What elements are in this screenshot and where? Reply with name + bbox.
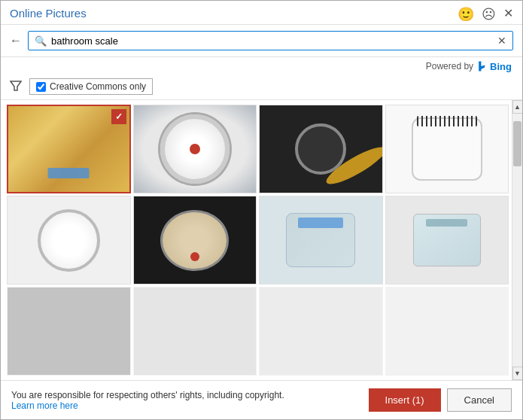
- search-bar: ← 🔍 ✕: [1, 25, 522, 57]
- image-cell-5[interactable]: [7, 196, 131, 285]
- images-grid: ✓: [1, 100, 512, 380]
- image-cell-8[interactable]: [385, 196, 509, 285]
- creative-commons-label: Creative Commons only: [50, 81, 146, 92]
- image-cell-11[interactable]: [259, 287, 383, 376]
- action-buttons: Insert (1) Cancel: [369, 388, 512, 412]
- selected-check-badge: ✓: [111, 109, 126, 124]
- filter-icon: [10, 80, 22, 94]
- bing-icon: [476, 60, 488, 72]
- image-cell-2[interactable]: [133, 105, 257, 193]
- image-cell-9[interactable]: [7, 287, 131, 376]
- copyright-notice: You are responsible for respecting other…: [11, 390, 297, 411]
- search-box: 🔍 ✕: [28, 31, 513, 50]
- bing-label: Bing: [490, 61, 512, 72]
- filter-bar: Creative Commons only: [1, 75, 522, 100]
- powered-by-bar: Powered by Bing: [1, 57, 522, 75]
- image-cell-1[interactable]: ✓: [7, 105, 131, 193]
- images-area: ✓ ▲ ▼: [1, 100, 522, 380]
- image-cell-12[interactable]: [385, 287, 509, 376]
- sad-icon[interactable]: ☹: [482, 6, 496, 23]
- bottom-bar: You are responsible for respecting other…: [1, 380, 522, 419]
- funnel-icon: [10, 80, 22, 92]
- cancel-button[interactable]: Cancel: [447, 388, 512, 412]
- title-bar: Online Pictures ✕: [1, 1, 522, 25]
- image-cell-3[interactable]: [259, 105, 383, 193]
- close-button[interactable]: ✕: [503, 8, 513, 20]
- search-clear-button[interactable]: ✕: [497, 35, 506, 47]
- search-icon: 🔍: [35, 35, 47, 47]
- scrollbar-thumb[interactable]: [513, 121, 521, 166]
- smiley-icon[interactable]: 🙂: [458, 6, 474, 23]
- search-input[interactable]: [51, 35, 493, 47]
- scrollbar[interactable]: ▲ ▼: [512, 100, 522, 380]
- image-cell-7[interactable]: [259, 196, 383, 285]
- svg-marker-0: [11, 81, 21, 90]
- dialog-title: Online Pictures: [10, 7, 87, 20]
- scrollbar-track[interactable]: [512, 114, 522, 367]
- learn-more-link[interactable]: Learn more here: [11, 400, 78, 411]
- back-button[interactable]: ←: [10, 34, 22, 47]
- header-icons: 🙂 ☹: [458, 6, 496, 23]
- powered-by-label: Powered by: [426, 61, 473, 72]
- scroll-up-button[interactable]: ▲: [512, 100, 523, 114]
- image-cell-6[interactable]: [133, 196, 257, 285]
- copyright-text: You are responsible for respecting other…: [11, 390, 284, 400]
- creative-commons-checkbox[interactable]: [36, 82, 46, 92]
- image-cell-4[interactable]: [385, 105, 509, 193]
- insert-button[interactable]: Insert (1): [369, 388, 441, 412]
- creative-commons-filter[interactable]: Creative Commons only: [29, 78, 153, 95]
- scroll-down-button[interactable]: ▼: [512, 367, 523, 380]
- image-cell-10[interactable]: [133, 287, 257, 376]
- bing-logo: Bing: [476, 60, 512, 72]
